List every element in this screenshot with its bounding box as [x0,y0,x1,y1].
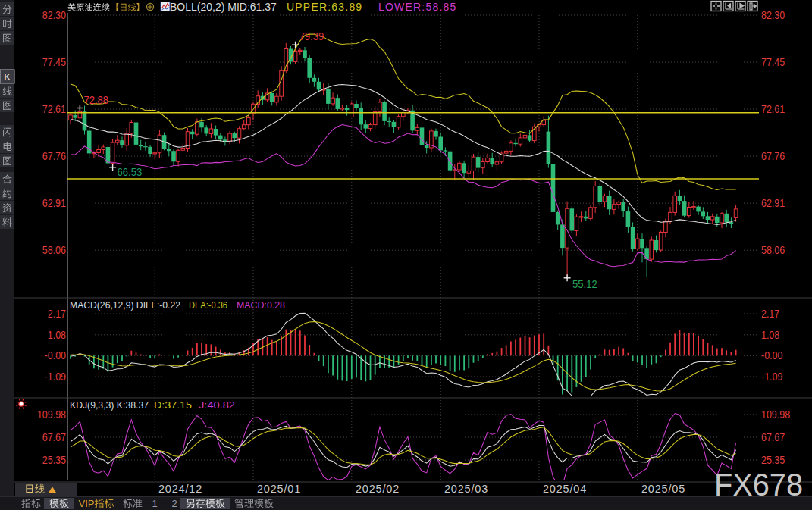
svg-text:25.35: 25.35 [761,454,785,466]
svg-text:62.91: 62.91 [42,197,66,209]
svg-text:D:37.15: D:37.15 [154,399,192,411]
svg-text:109.98: 109.98 [37,408,66,421]
svg-text:82.30: 82.30 [42,9,66,21]
svg-text:25.35: 25.35 [42,454,66,466]
svg-text:2.17: 2.17 [48,308,66,320]
svg-text:1.08: 1.08 [48,329,66,341]
svg-text:72.88: 72.88 [83,94,108,106]
svg-text:K: K [4,71,11,83]
svg-text:1.08: 1.08 [761,329,779,341]
svg-text:VIP: VIP [79,498,95,509]
svg-text:67.76: 67.76 [42,150,66,162]
svg-text:77.45: 77.45 [761,56,785,68]
svg-text:58.06: 58.06 [761,244,785,256]
svg-text:67.67: 67.67 [761,431,785,443]
svg-text:72.61: 72.61 [42,103,66,115]
svg-text:66.53: 66.53 [118,166,143,178]
svg-text:58.06: 58.06 [42,244,66,256]
svg-text:77.45: 77.45 [42,56,66,68]
svg-text:J:40.82: J:40.82 [199,399,235,411]
svg-text:55.12: 55.12 [572,278,597,290]
svg-text:2025/04: 2025/04 [543,483,587,495]
svg-text:82.30: 82.30 [761,9,785,21]
svg-text:62.91: 62.91 [761,197,785,209]
svg-text:UPPER:63.89: UPPER:63.89 [287,1,362,13]
svg-text:DEA:-0.36: DEA:-0.36 [189,299,227,311]
svg-text:72.61: 72.61 [761,103,785,115]
svg-text:2025/02: 2025/02 [356,483,400,495]
svg-text:KDJ(9,3,3) K:38.37: KDJ(9,3,3) K:38.37 [70,399,149,411]
svg-text:109.98: 109.98 [761,408,790,421]
svg-text:-0.00: -0.00 [45,349,67,361]
svg-text:2025/01: 2025/01 [257,483,301,495]
svg-text:MACD(26,12,9) DIFF:-0.22: MACD(26,12,9) DIFF:-0.22 [70,299,180,311]
svg-text:-1.09: -1.09 [761,371,783,383]
svg-text:2: 2 [171,498,177,509]
svg-text:2024/12: 2024/12 [158,483,202,495]
svg-text:2025/03: 2025/03 [444,483,488,495]
svg-text:-1.09: -1.09 [45,371,67,383]
svg-text:LOWER:58.85: LOWER:58.85 [378,1,456,13]
svg-text:-0.00: -0.00 [761,349,783,361]
svg-text:2.17: 2.17 [761,308,779,320]
svg-text:2025/05: 2025/05 [641,483,685,495]
svg-text:1: 1 [152,498,157,509]
svg-text:MACD:0.28: MACD:0.28 [237,299,285,311]
svg-text:BOLL(20,2) MID:61.37: BOLL(20,2) MID:61.37 [170,1,277,13]
svg-text:67.67: 67.67 [42,431,66,443]
svg-text:79.39: 79.39 [299,30,324,42]
svg-text:67.76: 67.76 [761,150,785,162]
